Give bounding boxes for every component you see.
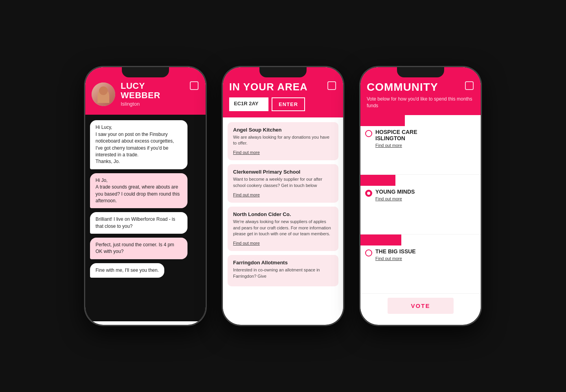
listing-desc: We are always looking for any donations … (233, 134, 333, 147)
listing-name: Angel Soup Kitchen (233, 127, 333, 133)
phone-in-your-area: IN YOUR AREA EC1R 2AY ENTER Angel Soup K… (222, 66, 344, 326)
stop-button-2[interactable] (327, 81, 336, 90)
vote-item-hospice: 37% HOSPICE CAREISLINGTON Find out more (360, 115, 481, 175)
area-listings: Angel Soup Kitchen We are always looking… (223, 117, 343, 324)
avatar-image (92, 82, 115, 106)
org-name: THE BIG ISSUE (375, 249, 416, 255)
org-link[interactable]: Find out more (375, 256, 402, 261)
stop-button-3[interactable] (465, 81, 474, 90)
area-title: IN YOUR AREA (229, 81, 337, 93)
messages-body: Hi Lucy,I saw your on post on the Finsbu… (85, 115, 206, 321)
vote-org: HOSPICE CAREISLINGTON Find out more (375, 129, 417, 148)
vote-content: YOUNG MINDS Find out more (360, 186, 481, 205)
org-link[interactable]: Find out more (375, 196, 402, 201)
vote-bar-hospice: 37% (360, 115, 481, 126)
vote-percent: 37% (464, 118, 476, 124)
radio-button[interactable] (365, 130, 372, 137)
phone2-screen: IN YOUR AREA EC1R 2AY ENTER Angel Soup K… (223, 67, 343, 325)
org-link[interactable]: Find out more (375, 143, 402, 148)
message-1: Hi Lucy,I saw your on post on the Finsbu… (90, 120, 187, 169)
vote-bar-fill (360, 115, 405, 126)
avatar (92, 82, 115, 106)
username: LUCY WEBBER (121, 81, 160, 100)
vote-item-bigissue: 34% THE BIG ISSUE Find out more (360, 234, 481, 294)
phone2-header: IN YOUR AREA EC1R 2AY ENTER (223, 67, 343, 117)
message-5: Fine with me, I'll see you then. (90, 263, 164, 278)
community-subtitle: Vote below for how you'd like to spend t… (367, 96, 474, 109)
vote-item-youngminds: 29% YOUNG MINDS Find out more (360, 175, 481, 234)
listing-clerkenwell: Clerkenwell Primary School Want to becom… (228, 164, 338, 203)
listing-link[interactable]: Find out more (233, 192, 260, 197)
vote-button[interactable]: VOTE (388, 298, 454, 314)
listing-name: Clerkenwell Primary School (233, 169, 333, 175)
radio-button-selected[interactable] (365, 190, 372, 197)
listing-name: Farringdon Allotments (233, 260, 333, 266)
user-location: Islington (121, 101, 160, 107)
phone1-screen: LUCY WEBBER Islington Hi Lucy,I saw your… (85, 67, 206, 325)
vote-percent: 29% (464, 178, 476, 183)
phone1-header: LUCY WEBBER Islington (85, 67, 206, 115)
listing-angel-soup: Angel Soup Kitchen We are always looking… (228, 122, 338, 161)
listing-desc: Interested in co-owning an allotment spa… (233, 267, 333, 279)
listing-link[interactable]: Find out more (233, 241, 260, 245)
vote-content: THE BIG ISSUE Find out more (360, 245, 481, 265)
listing-name: North London Cider Co. (233, 211, 333, 217)
org-name: HOSPICE CAREISLINGTON (375, 129, 417, 141)
vote-button-row: VOTE (360, 294, 481, 318)
vote-bar-fill (360, 175, 395, 186)
search-row: EC1R 2AY ENTER (229, 97, 337, 111)
message-4: Perfect, just round the corner. Is 4 pm … (90, 238, 187, 259)
vote-org: YOUNG MINDS Find out more (375, 189, 415, 202)
listing-farringdon: Farringdon Allotments Interested in co-o… (228, 255, 338, 286)
vote-org: THE BIG ISSUE Find out more (375, 249, 416, 262)
vote-content: HOSPICE CAREISLINGTON Find out more (360, 126, 481, 152)
enter-button[interactable]: ENTER (272, 97, 305, 111)
message-3: Brilliant! I live on Wilberforce Road - … (90, 212, 187, 234)
vote-bar-fill (360, 234, 401, 245)
community-title: COMMUNITY (367, 81, 474, 93)
listing-cider: North London Cider Co. We're always look… (228, 207, 338, 251)
org-name: YOUNG MINDS (375, 189, 415, 195)
community-body: 37% HOSPICE CAREISLINGTON Find out more (360, 115, 481, 318)
phone3-screen: COMMUNITY Vote below for how you'd like … (360, 67, 481, 325)
listing-desc: Want to become a weekly supplier for our… (233, 176, 333, 189)
postcode-input[interactable]: EC1R 2AY (229, 97, 268, 111)
user-info: LUCY WEBBER Islington (121, 81, 160, 107)
radio-button[interactable] (365, 249, 372, 256)
listing-link[interactable]: Find out more (233, 150, 260, 155)
phones-container: LUCY WEBBER Islington Hi Lucy,I saw your… (69, 43, 497, 349)
radio-dot (367, 192, 370, 195)
phone-messages: LUCY WEBBER Islington Hi Lucy,I saw your… (85, 66, 206, 326)
phone3-header: COMMUNITY Vote below for how you'd like … (360, 67, 481, 115)
vote-percent: 34% (464, 237, 476, 243)
stop-button[interactable] (190, 81, 198, 90)
phone-community: COMMUNITY Vote below for how you'd like … (360, 66, 481, 326)
listing-desc: We're always looking for new suppliers o… (233, 219, 333, 237)
message-2: Hi Jo,A trade sounds great, where abouts… (90, 173, 187, 209)
vote-bar-youngminds: 29% (360, 175, 481, 186)
vote-bar-bigissue: 34% (360, 234, 481, 245)
